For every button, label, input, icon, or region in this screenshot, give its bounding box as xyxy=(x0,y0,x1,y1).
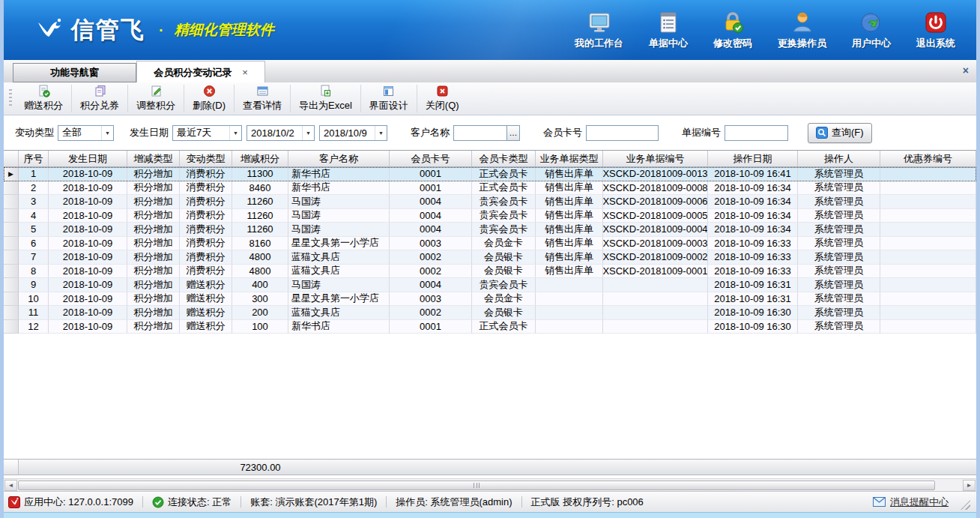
row-selector[interactable] xyxy=(4,292,19,307)
table-cell[interactable]: 200 xyxy=(232,306,288,320)
column-header[interactable]: 操作日期 xyxy=(708,151,798,166)
column-header[interactable]: 增减积分 xyxy=(232,151,288,166)
table-cell[interactable]: 2018-10-09 xyxy=(49,265,127,279)
table-cell[interactable] xyxy=(603,292,708,307)
table-cell[interactable]: 0004 xyxy=(390,195,472,209)
select-all-header[interactable] xyxy=(4,151,19,166)
table-row[interactable]: 112018-10-09积分增加赠送积分200蓝猫文具店0002会员银卡2018… xyxy=(4,306,976,320)
table-row[interactable]: 82018-10-09积分增加消费积分4800蓝猫文具店0002会员银卡销售出库… xyxy=(4,265,976,279)
table-cell[interactable]: 2018-10-09 xyxy=(49,306,127,320)
table-cell[interactable]: 0004 xyxy=(390,278,472,292)
table-cell[interactable]: 2018-10-09 xyxy=(49,320,127,334)
table-cell[interactable] xyxy=(880,237,976,251)
table-cell[interactable]: XSCKD-20181009-0001 xyxy=(603,265,708,279)
column-header[interactable]: 会员卡类型 xyxy=(472,151,536,166)
table-row[interactable]: 22018-10-09积分增加消费积分8460新华书店0001正式会员卡销售出库… xyxy=(4,181,976,196)
table-cell[interactable]: 2018-10-09 16:34 xyxy=(708,209,798,223)
table-cell[interactable]: 销售出库单 xyxy=(536,167,603,181)
table-row[interactable]: 72018-10-09积分增加消费积分4800蓝猫文具店0002会员银卡销售出库… xyxy=(4,250,976,265)
table-cell[interactable]: 新华书店 xyxy=(288,181,390,196)
table-cell[interactable]: 7 xyxy=(19,250,49,265)
table-cell[interactable]: 赠送积分 xyxy=(180,306,232,320)
table-cell[interactable]: XSCKD-20181009-0002 xyxy=(603,250,708,265)
table-cell[interactable]: 赠送积分 xyxy=(180,278,232,292)
row-selector[interactable]: ▶ xyxy=(4,167,19,181)
gift-points-button[interactable]: 赠送积分 xyxy=(16,82,71,115)
table-row[interactable]: ▶12018-10-09积分增加消费积分11300新华书店0001正式会员卡销售… xyxy=(4,167,976,181)
column-header[interactable]: 序号 xyxy=(19,151,49,166)
date-from-picker[interactable]: 2018/10/2 ▼ xyxy=(246,125,315,141)
table-cell[interactable]: 积分增加 xyxy=(127,306,180,320)
bill-no-input[interactable] xyxy=(725,125,788,141)
table-cell[interactable]: 6 xyxy=(19,237,49,251)
table-cell[interactable]: 消费积分 xyxy=(180,250,232,265)
export-excel-button[interactable]: 导出为Excel xyxy=(291,82,360,115)
table-cell[interactable]: 积分增加 xyxy=(127,181,180,196)
horizontal-scrollbar[interactable]: ◄ ► xyxy=(4,478,976,491)
table-cell[interactable]: 销售出库单 xyxy=(536,181,603,196)
date-to-picker[interactable]: 2018/10/9 ▼ xyxy=(319,125,387,141)
row-selector[interactable] xyxy=(4,237,19,251)
tab-close-icon[interactable]: × xyxy=(242,62,248,82)
chevron-down-icon[interactable]: ▼ xyxy=(375,126,387,140)
table-cell[interactable]: 积分增加 xyxy=(127,209,180,223)
card-no-input[interactable] xyxy=(586,125,659,141)
table-cell[interactable]: 2 xyxy=(19,181,49,196)
table-cell[interactable] xyxy=(536,278,603,292)
table-cell[interactable] xyxy=(536,320,603,334)
table-cell[interactable]: 4800 xyxy=(232,250,288,265)
table-cell[interactable]: 消费积分 xyxy=(180,167,232,181)
chevron-down-icon[interactable]: ▼ xyxy=(229,126,241,140)
change-type-select[interactable]: 全部 ▼ xyxy=(58,125,114,141)
table-cell[interactable]: 积分增加 xyxy=(127,250,180,265)
table-cell[interactable]: 新华书店 xyxy=(288,167,390,181)
table-cell[interactable]: 星星文具第一小学店 xyxy=(288,292,390,307)
table-cell[interactable]: 300 xyxy=(232,292,288,307)
table-cell[interactable]: 积分增加 xyxy=(127,292,180,307)
row-selector[interactable] xyxy=(4,250,19,265)
table-cell[interactable] xyxy=(880,320,976,334)
toolbar-grip-handle[interactable] xyxy=(9,89,12,108)
nav-switch-operator[interactable]: 更换操作员 xyxy=(778,10,826,50)
table-cell[interactable]: 1 xyxy=(19,167,49,181)
row-selector[interactable] xyxy=(4,278,19,292)
table-cell[interactable]: 2018-10-09 16:30 xyxy=(708,306,798,320)
table-cell[interactable]: 消费积分 xyxy=(180,209,232,223)
table-row[interactable]: 122018-10-09积分增加赠送积分100新华书店0001正式会员卡2018… xyxy=(4,320,976,334)
column-header[interactable]: 操作人 xyxy=(798,151,880,166)
table-cell[interactable]: 正式会员卡 xyxy=(472,167,536,181)
table-cell[interactable]: 4 xyxy=(19,209,49,223)
table-cell[interactable]: 11260 xyxy=(232,223,288,237)
table-cell[interactable]: 销售出库单 xyxy=(536,195,603,209)
table-cell[interactable]: 马国涛 xyxy=(288,223,390,237)
table-cell[interactable]: 贵宾会员卡 xyxy=(472,223,536,237)
table-cell[interactable]: 消费积分 xyxy=(180,223,232,237)
column-header[interactable]: 增减类型 xyxy=(127,151,180,166)
table-cell[interactable]: 马国涛 xyxy=(288,195,390,209)
table-cell[interactable]: 系统管理员 xyxy=(798,223,880,237)
table-cell[interactable]: 赠送积分 xyxy=(180,292,232,307)
table-cell[interactable]: 2018-10-09 xyxy=(49,209,127,223)
table-cell[interactable]: 0002 xyxy=(390,265,472,279)
table-cell[interactable]: 2018-10-09 16:41 xyxy=(708,167,798,181)
row-selector[interactable] xyxy=(4,209,19,223)
table-cell[interactable]: 0004 xyxy=(390,209,472,223)
table-cell[interactable]: 2018-10-09 16:33 xyxy=(708,237,798,251)
row-selector[interactable] xyxy=(4,223,19,237)
table-cell[interactable]: 0001 xyxy=(390,167,472,181)
table-cell[interactable]: 贵宾会员卡 xyxy=(472,195,536,209)
table-row[interactable]: 42018-10-09积分增加消费积分11260马国涛0004贵宾会员卡销售出库… xyxy=(4,209,976,223)
table-cell[interactable] xyxy=(880,250,976,265)
delete-button[interactable]: 删除(D) xyxy=(184,82,234,115)
table-cell[interactable]: 10 xyxy=(19,292,49,307)
table-cell[interactable]: 8460 xyxy=(232,181,288,196)
chevron-down-icon[interactable]: ▼ xyxy=(302,126,314,140)
table-cell[interactable]: 系统管理员 xyxy=(798,292,880,307)
table-cell[interactable]: 会员金卡 xyxy=(472,237,536,251)
query-button[interactable]: 查询(F) xyxy=(808,123,872,143)
table-row[interactable]: 32018-10-09积分增加消费积分11260马国涛0004贵宾会员卡销售出库… xyxy=(4,195,976,209)
table-cell[interactable]: XSCKD-20181009-0006 xyxy=(603,195,708,209)
nav-document-center[interactable]: 单据中心 xyxy=(649,10,688,50)
table-cell[interactable]: XSCKD-20181009-0013 xyxy=(603,167,708,181)
table-cell[interactable]: 11260 xyxy=(232,209,288,223)
